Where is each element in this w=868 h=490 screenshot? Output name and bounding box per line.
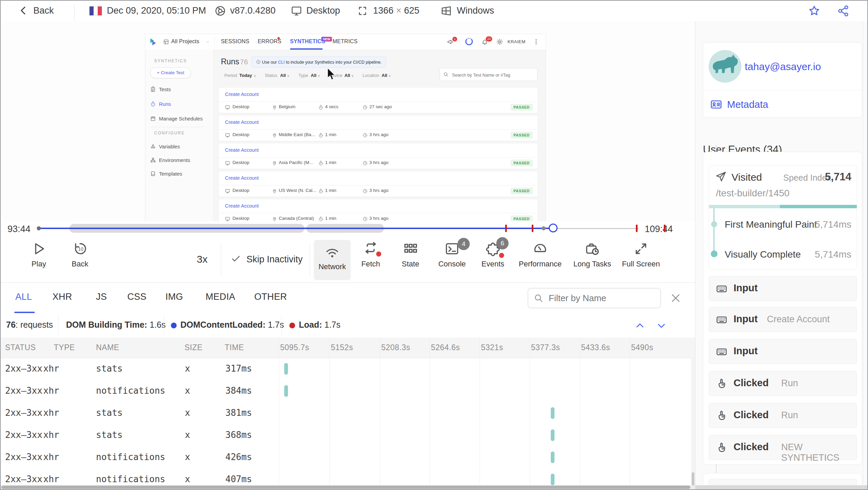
sidebar-item-templates[interactable]: Templates [159, 171, 182, 177]
banner-cli-link[interactable]: CLI [278, 60, 285, 65]
timeline-progress[interactable] [38, 228, 553, 229]
run-card[interactable]: Create Account Desktop Middle East (Ba..… [219, 116, 537, 141]
share-icon[interactable] [837, 5, 850, 17]
toggle-fetch[interactable]: Fetch [350, 241, 391, 268]
gear-icon[interactable] [496, 38, 503, 46]
jump-prev-icon[interactable] [634, 321, 645, 331]
run-card[interactable]: Create Account Desktop Belgium 4 secs 27… [219, 88, 537, 113]
star-icon[interactable] [808, 5, 820, 17]
event-item-clicked[interactable]: Clicked Run [709, 371, 857, 396]
monitor-icon [225, 105, 230, 110]
skip-inactivity-label[interactable]: Skip Inactivity [246, 254, 303, 265]
tab-xhr[interactable]: XHR [52, 292, 72, 302]
create-test-button[interactable]: + Create Test [150, 67, 191, 78]
app-search-input[interactable] [451, 69, 534, 81]
run-device: Desktop [232, 104, 250, 109]
toggle-performance[interactable]: Performance [516, 241, 564, 268]
run-name[interactable]: Create Account [225, 119, 259, 125]
event-item-input[interactable]: Input [709, 339, 857, 364]
sidebar-item-tests[interactable]: Tests [159, 86, 171, 92]
tab-other[interactable]: OTHER [254, 292, 287, 302]
filter-input[interactable] [548, 290, 655, 306]
error-marker[interactable] [664, 225, 665, 232]
run-name[interactable]: Create Account [225, 203, 259, 209]
horizontal-scrollbar-track[interactable] [1, 485, 695, 489]
event-item-input[interactable]: Input Create Account [709, 307, 857, 332]
event-item-clicked[interactable]: Clicked NEW SYNTHETICS [709, 435, 857, 460]
skip-inactivity-toggle[interactable] [231, 254, 241, 265]
timeline-scrubber[interactable] [549, 224, 558, 232]
close-panel-icon[interactable] [670, 292, 681, 304]
back-label[interactable]: Back [33, 5, 54, 16]
filter-location-value[interactable]: All [382, 73, 387, 78]
run-card[interactable]: Create Account Desktop Canada (Central) … [219, 199, 537, 222]
run-name[interactable]: Create Account [225, 147, 259, 153]
table-scrollbar-thumb[interactable] [692, 472, 694, 487]
speed-toggle[interactable]: 3x [197, 254, 208, 265]
toggle-events[interactable]: 6 Events [472, 241, 513, 268]
run-duration: 1 min [325, 160, 336, 165]
network-request-row[interactable]: 2xx–3xx xhr stats x 381ms [1, 402, 695, 424]
project-selector[interactable]: All Projects [171, 38, 199, 45]
chevron-down-icon: ∨ [287, 74, 289, 78]
tab-css[interactable]: CSS [127, 292, 146, 302]
req-type: xhr [43, 386, 59, 396]
toggle-state[interactable]: State [390, 241, 431, 268]
toggle-console[interactable]: 4 Console [432, 241, 472, 268]
tab-img[interactable]: IMG [165, 292, 183, 302]
network-request-row[interactable]: 2xx–3xx xhr notifications x 426ms [1, 446, 695, 469]
error-marker[interactable] [636, 225, 638, 232]
user-email[interactable]: tahay@asayer.io [745, 61, 821, 72]
network-request-row[interactable]: 2xx–3xx xhr stats x 317ms [1, 358, 695, 380]
app-search-box[interactable] [439, 68, 537, 81]
sidebar-item-variables[interactable]: Variables [159, 144, 180, 149]
sidebar-scrollbar-track[interactable] [863, 21, 863, 490]
sidebar-item-schedules[interactable]: Manage Schedules [159, 116, 203, 121]
visited-url[interactable]: /test-builder/1450 [716, 188, 789, 199]
toggle-full-screen[interactable]: Full Screen [617, 241, 665, 268]
run-name[interactable]: Create Account [225, 175, 259, 181]
filter-type-value[interactable]: All [311, 73, 317, 78]
event-item-input[interactable]: Input [709, 276, 857, 301]
run-card[interactable]: Create Account Desktop Asia Pacific (M..… [219, 144, 537, 169]
play-button[interactable]: Play [18, 241, 59, 268]
back-button[interactable] [18, 5, 29, 18]
tab-metrics[interactable]: METRICS [333, 38, 357, 45]
filter-box[interactable] [528, 288, 661, 308]
tab-js[interactable]: JS [96, 292, 107, 302]
jump-next-icon[interactable] [656, 321, 667, 331]
table-scrollbar-track[interactable] [691, 358, 695, 487]
horizontal-scrollbar-thumb[interactable] [1, 486, 690, 489]
sidebar-item-runs-active[interactable]: Runs [159, 101, 171, 107]
long-tasks-icon [585, 241, 600, 256]
toggle-long-tasks[interactable]: Long Tasks [568, 241, 616, 268]
tab-all-active[interactable]: ALL [15, 292, 32, 302]
run-name[interactable]: Create Account [225, 92, 259, 97]
kebab-menu-icon[interactable] [533, 38, 540, 46]
timeline-track-remaining[interactable] [553, 228, 639, 229]
error-marker[interactable] [532, 225, 533, 232]
col-size: SIZE [184, 343, 203, 352]
tab-media[interactable]: MEDIA [206, 292, 235, 302]
status-badge: PASSED [511, 104, 533, 111]
error-marker[interactable] [505, 225, 507, 232]
tab-synthetics-active[interactable]: SYNTHETICS [290, 38, 325, 45]
tab-sessions[interactable]: SESSIONS [221, 38, 249, 45]
filter-status-value[interactable]: All [280, 73, 286, 78]
stopwatch-icon [318, 189, 323, 194]
metadata-button[interactable]: Metadata [727, 99, 768, 110]
toggle-network-active[interactable]: Network [314, 240, 351, 280]
back-10-button[interactable]: 10 Back [60, 241, 100, 268]
runs-title: Runs [221, 57, 239, 66]
filter-period-value[interactable]: Today [239, 73, 252, 78]
visited-event-card[interactable]: Visited Speed Index 5,714 /test-builder/… [709, 165, 857, 270]
run-card[interactable]: Create Account Desktop US West (N. Cal..… [219, 172, 537, 197]
event-item-clicked[interactable]: Clicked Run [709, 403, 857, 428]
user-menu[interactable]: KRAIEM [508, 39, 526, 44]
sidebar-item-environments[interactable]: Environments [159, 157, 190, 163]
network-request-row[interactable]: 2xx–3xx xhr notifications x 384ms [1, 380, 695, 402]
filter-device-value[interactable]: All [344, 73, 350, 78]
monitor-icon [225, 161, 230, 166]
filter-location-label: Location [363, 73, 379, 78]
network-request-row[interactable]: 2xx–3xx xhr stats x 368ms [1, 424, 695, 446]
